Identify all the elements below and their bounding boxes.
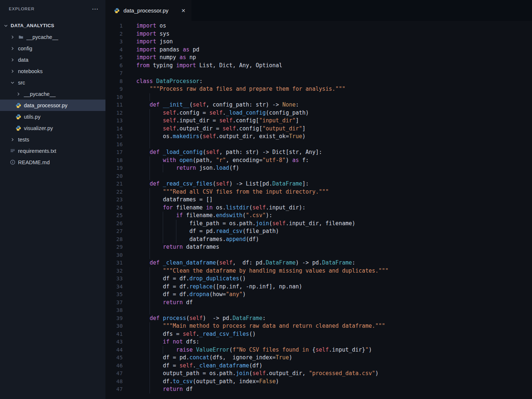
line-number[interactable]: 23 xyxy=(105,196,123,204)
line-number[interactable]: 31 xyxy=(105,259,123,267)
line-number[interactable]: 18 xyxy=(105,157,123,165)
code-line[interactable]: 11 def __init__(self, config_path: str) … xyxy=(105,101,532,109)
code-line[interactable]: 45 df = pd.concat(dfs, ignore_index=True… xyxy=(105,354,532,362)
code-line[interactable]: 34 df = df.replace([np.inf, -np.inf], np… xyxy=(105,283,532,291)
line-number[interactable]: 10 xyxy=(105,93,123,101)
code-line[interactable]: 10 xyxy=(105,93,532,101)
line-number[interactable]: 45 xyxy=(105,354,123,362)
code-line[interactable]: 29 return dataframes xyxy=(105,243,532,251)
line-number[interactable]: 12 xyxy=(105,109,123,117)
code-line[interactable]: 5import numpy as np xyxy=(105,54,532,62)
code-line[interactable]: 23 dataframes = [] xyxy=(105,196,532,204)
code-line[interactable]: 41 dfs = self._read_csv_files() xyxy=(105,330,532,338)
code-line[interactable]: 31 def _clean_dataframe(self, df: pd.Dat… xyxy=(105,259,532,267)
tree-item-src[interactable]: src xyxy=(0,77,105,88)
code-line[interactable]: 26 file_path = os.path.join(self.input_d… xyxy=(105,220,532,228)
code-line[interactable]: 38 xyxy=(105,306,532,314)
line-number[interactable]: 11 xyxy=(105,101,123,109)
line-number[interactable]: 3 xyxy=(105,38,123,46)
code-line[interactable]: 21 def _read_csv_files(self) -> List[pd.… xyxy=(105,180,532,188)
line-number[interactable]: 8 xyxy=(105,78,123,86)
line-number[interactable]: 13 xyxy=(105,117,123,125)
line-number[interactable]: 47 xyxy=(105,385,123,393)
tree-item-utils-py[interactable]: utils.py xyxy=(0,111,105,122)
code-line[interactable]: 27 df = pd.read_csv(file_path) xyxy=(105,227,532,236)
line-number[interactable]: 20 xyxy=(105,172,123,180)
line-number[interactable]: 6 xyxy=(105,62,123,70)
tree-item-requirements-txt[interactable]: requirements.txt xyxy=(0,145,105,157)
line-number[interactable]: 30 xyxy=(105,322,123,330)
line-number[interactable]: 21 xyxy=(105,180,123,188)
tree-item-data[interactable]: data xyxy=(0,54,105,65)
line-number[interactable]: 1 xyxy=(105,22,123,30)
code-line[interactable]: 7 xyxy=(105,69,532,78)
line-number[interactable]: 38 xyxy=(105,306,123,314)
code-line[interactable]: 24 for filename in os.listdir(self.input… xyxy=(105,204,532,212)
code-line[interactable]: 44 raise ValueError(f"No CSV files found… xyxy=(105,346,532,354)
line-number[interactable]: 48 xyxy=(105,378,123,386)
workspace-root[interactable]: DATA_ANALYTICS xyxy=(0,20,105,31)
line-number[interactable]: 44 xyxy=(105,346,123,354)
code-line[interactable]: 48 df.to_csv(output_path, index=False) xyxy=(105,378,532,386)
line-number[interactable]: 28 xyxy=(105,236,123,244)
tree-item-notebooks[interactable]: notebooks xyxy=(0,65,105,77)
tree-item-readme-md[interactable]: README.md xyxy=(0,157,105,168)
line-number[interactable]: 27 xyxy=(105,227,123,236)
line-number[interactable]: 43 xyxy=(105,338,123,346)
line-number[interactable]: 14 xyxy=(105,125,123,133)
chevron-right-icon[interactable] xyxy=(10,137,15,143)
chevron-down-icon[interactable] xyxy=(3,23,9,29)
code-line[interactable]: 1import os xyxy=(105,22,532,30)
line-number[interactable]: 15 xyxy=(105,133,123,141)
code-line[interactable]: 39 def process(self) -> pd.DataFrame: xyxy=(105,314,532,323)
line-number[interactable]: 39 xyxy=(105,314,123,323)
chevron-right-icon[interactable] xyxy=(10,34,15,40)
chevron-down-icon[interactable] xyxy=(10,80,15,86)
line-number[interactable]: 22 xyxy=(105,188,123,196)
line-number[interactable]: 7 xyxy=(105,69,123,78)
code-line[interactable]: 33 df = df.drop_duplicates() xyxy=(105,275,532,283)
line-number[interactable]: 4 xyxy=(105,46,123,54)
code-line[interactable]: 30 """Main method to process raw data an… xyxy=(105,322,532,330)
line-number[interactable]: 41 xyxy=(105,330,123,338)
code-line[interactable]: 9 """Process raw data files and prepare … xyxy=(105,85,532,93)
code-line[interactable]: 37 return df xyxy=(105,299,532,307)
code-line[interactable]: 2import sys xyxy=(105,30,532,38)
code-line[interactable]: 15 os.makedirs(self.output_dir, exist_ok… xyxy=(105,133,532,141)
line-number[interactable]: 17 xyxy=(105,148,123,157)
code-line[interactable]: 22 """Read all CSV files from the input … xyxy=(105,188,532,196)
tree-item-pycache[interactable]: __pycache__ xyxy=(0,31,105,43)
line-number[interactable]: 25 xyxy=(105,212,123,220)
code-line[interactable]: 25 if filename.endswith(".csv"): xyxy=(105,212,532,220)
code-line[interactable]: 4import pandas as pd xyxy=(105,46,532,54)
line-number[interactable]: 33 xyxy=(105,275,123,283)
code-line[interactable]: 12 self.config = self._load_config(confi… xyxy=(105,109,532,117)
code-line[interactable]: 47 output_path = os.path.join(self.outpu… xyxy=(105,370,532,378)
chevron-right-icon[interactable] xyxy=(10,68,15,74)
line-number[interactable]: 5 xyxy=(105,54,123,62)
chevron-right-icon[interactable] xyxy=(10,57,15,63)
tree-item-config[interactable]: config xyxy=(0,43,105,54)
code-line[interactable]: 13 self.input_dir = self.config["input_d… xyxy=(105,117,532,125)
code-line[interactable]: 30 xyxy=(105,251,532,259)
line-number[interactable]: 35 xyxy=(105,291,123,299)
line-number[interactable]: 34 xyxy=(105,283,123,291)
code-line[interactable]: 32 """Clean the dataframe by handling mi… xyxy=(105,267,532,275)
code-line[interactable]: 18 with open(path, "r", encoding="utf-8"… xyxy=(105,157,532,165)
code-line[interactable]: 3import json xyxy=(105,38,532,46)
line-number[interactable]: 24 xyxy=(105,204,123,212)
tree-item-data-processor-py[interactable]: data_processor.py xyxy=(0,100,105,111)
line-number[interactable]: 29 xyxy=(105,243,123,251)
tree-item-pycache[interactable]: __pycache__ xyxy=(0,88,105,100)
chevron-right-icon[interactable] xyxy=(15,91,21,97)
line-number[interactable]: 19 xyxy=(105,164,123,172)
line-number[interactable]: 2 xyxy=(105,30,123,38)
close-icon[interactable]: ✕ xyxy=(181,8,186,13)
code-line[interactable]: 35 df = df.dropna(how="any") xyxy=(105,291,532,299)
line-number[interactable]: 30 xyxy=(105,251,123,259)
code-line[interactable]: 19 return json.load(f) xyxy=(105,164,532,172)
line-number[interactable]: 47 xyxy=(105,370,123,378)
code-line[interactable]: 17 def _load_config(self, path: str) -> … xyxy=(105,148,532,157)
line-number[interactable]: 9 xyxy=(105,85,123,93)
line-number[interactable]: 26 xyxy=(105,220,123,228)
